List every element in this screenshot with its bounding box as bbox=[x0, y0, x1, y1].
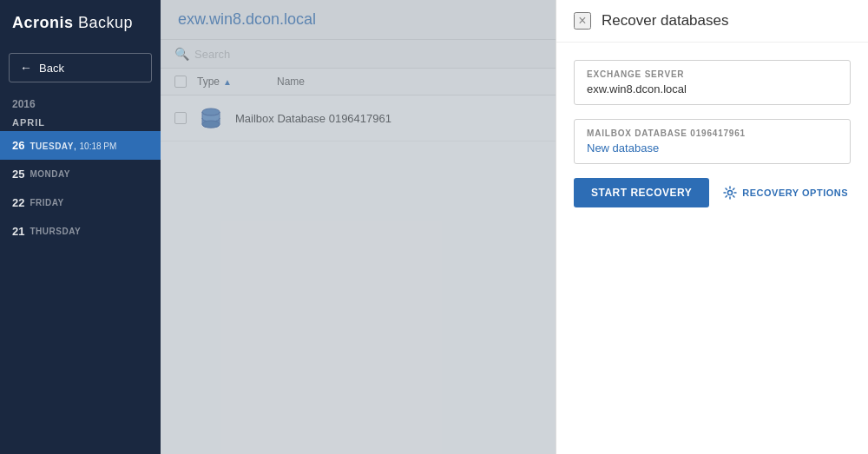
start-recovery-button[interactable]: START RECOVERY bbox=[574, 178, 709, 207]
day-num-0: 26 bbox=[12, 139, 24, 152]
mailbox-db-field: MAILBOX DATABASE 0196417961 New database bbox=[574, 119, 851, 164]
exchange-server-field: EXCHANGE SERVER exw.win8.dcon.local bbox=[574, 60, 851, 105]
day-label-0: TUESDAY bbox=[30, 141, 73, 151]
overlay bbox=[161, 0, 556, 454]
day-num-3: 21 bbox=[12, 225, 24, 238]
gear-icon bbox=[723, 186, 737, 200]
panel-body: EXCHANGE SERVER exw.win8.dcon.local MAIL… bbox=[556, 43, 868, 454]
svg-point-2 bbox=[728, 191, 733, 195]
right-panel: × Recover databases EXCHANGE SERVER exw.… bbox=[556, 0, 868, 454]
panel-header: × Recover databases bbox=[556, 0, 868, 43]
panel-close-button[interactable]: × bbox=[574, 12, 591, 30]
sidebar-date-item-2[interactable]: 22 FRIDAY bbox=[0, 188, 161, 217]
panel-title: Recover databases bbox=[602, 12, 728, 30]
sidebar-date-item-3[interactable]: 21 THURSDAY bbox=[0, 217, 161, 246]
mailbox-db-value[interactable]: New database bbox=[587, 141, 659, 155]
day-num-1: 25 bbox=[12, 168, 24, 181]
day-label-2: FRIDAY bbox=[30, 198, 63, 207]
sidebar-date-item-0[interactable]: 26 TUESDAY, 10:18 PM bbox=[0, 131, 161, 160]
back-button[interactable]: ← Back bbox=[9, 53, 152, 82]
mailbox-db-label: MAILBOX DATABASE 0196417961 bbox=[587, 128, 838, 138]
logo: Acronis Backup bbox=[0, 0, 161, 46]
sidebar-month: APRIL bbox=[0, 114, 161, 131]
sidebar-date-item-1[interactable]: 25 MONDAY bbox=[0, 160, 161, 188]
sidebar-year: 2016 bbox=[0, 89, 161, 114]
main-area: exw.win8.dcon.local 🔍 Search Type ▲ Name bbox=[161, 0, 556, 454]
recovery-options-label: RECOVERY OPTIONS bbox=[742, 188, 848, 198]
sidebar: Acronis Backup ← Back 2016 APRIL 26 TUES… bbox=[0, 0, 161, 454]
exchange-server-value: exw.win8.dcon.local bbox=[587, 82, 838, 95]
day-label-1: MONDAY bbox=[30, 169, 70, 179]
day-num-2: 22 bbox=[12, 196, 24, 209]
exchange-server-label: EXCHANGE SERVER bbox=[587, 69, 838, 79]
logo-text: Acronis Backup bbox=[12, 14, 133, 32]
day-label-3: THURSDAY bbox=[30, 227, 81, 236]
back-label: Back bbox=[39, 62, 64, 75]
back-arrow-icon: ← bbox=[20, 61, 32, 75]
day-time-0: 10:18 PM bbox=[80, 141, 117, 151]
panel-actions: START RECOVERY RECOVERY OPTIONS bbox=[574, 178, 851, 207]
recovery-options-button[interactable]: RECOVERY OPTIONS bbox=[723, 186, 848, 200]
